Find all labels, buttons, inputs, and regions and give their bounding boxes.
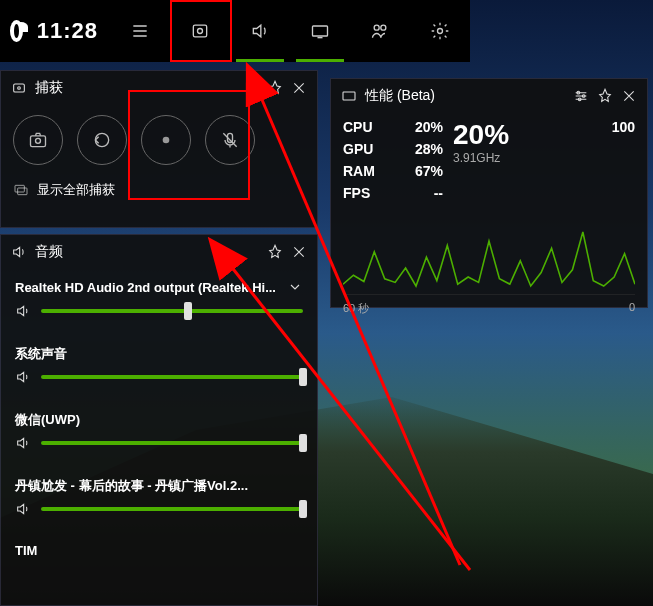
gpu-label: GPU xyxy=(343,141,373,157)
perf-big-number: 20% xyxy=(453,119,585,151)
capture-icon xyxy=(190,21,210,41)
settings-button[interactable] xyxy=(410,0,470,62)
audio-device-selector[interactable]: Realtek HD Audio 2nd output (Realtek Hi.… xyxy=(1,269,317,297)
gpu-value: 28% xyxy=(415,141,443,157)
audio-panel-icon xyxy=(11,244,27,260)
performance-title: 性能 (Beta) xyxy=(365,87,435,105)
xbox-logo xyxy=(10,20,23,42)
speaker-icon xyxy=(250,21,270,41)
perf-scale-bottom: 0 xyxy=(629,301,635,316)
cpu-value: 20% xyxy=(415,119,443,135)
system-sound-label: 系统声音 xyxy=(1,329,317,363)
fps-value: -- xyxy=(434,185,443,201)
svg-rect-6 xyxy=(14,84,25,92)
audio-button[interactable] xyxy=(230,0,290,62)
social-button[interactable] xyxy=(350,0,410,62)
app1-label: 微信(UWP) xyxy=(1,395,317,429)
pin-icon[interactable] xyxy=(597,88,613,104)
audio-device-label: Realtek HD Audio 2nd output (Realtek Hi.… xyxy=(15,280,276,295)
speaker-icon xyxy=(15,369,31,385)
mic-toggle-button[interactable] xyxy=(205,115,255,165)
perf-stats: CPU20% GPU28% RAM67% FPS-- xyxy=(343,119,443,201)
screenshot-button[interactable] xyxy=(13,115,63,165)
svg-point-11 xyxy=(163,137,170,144)
chevron-down-icon xyxy=(287,279,303,295)
ram-label: RAM xyxy=(343,163,375,179)
capture-button[interactable] xyxy=(170,0,230,62)
record-icon xyxy=(156,130,176,150)
app1-volume-slider[interactable] xyxy=(1,429,317,461)
perf-x-label: 60 秒 xyxy=(343,301,369,316)
speaker-icon xyxy=(15,501,31,517)
system-sound-slider[interactable] xyxy=(1,363,317,395)
capture-panel: 捕获 显示全部捕获 xyxy=(0,70,318,228)
svg-point-5 xyxy=(438,29,443,34)
svg-rect-0 xyxy=(193,25,206,37)
settings-sliders-icon[interactable] xyxy=(573,88,589,104)
close-icon[interactable] xyxy=(291,80,307,96)
list-icon xyxy=(130,21,150,41)
app3-label: TIM xyxy=(1,527,317,558)
mic-off-icon xyxy=(220,130,240,150)
clock: 11:28 xyxy=(37,18,98,44)
gear-icon xyxy=(430,21,450,41)
speaker-icon xyxy=(15,435,31,451)
performance-button[interactable] xyxy=(290,0,350,62)
capture-title: 捕获 xyxy=(35,79,63,97)
fps-label: FPS xyxy=(343,185,370,201)
svg-point-4 xyxy=(381,25,386,30)
svg-point-7 xyxy=(18,87,21,90)
close-icon[interactable] xyxy=(291,244,307,260)
master-volume-slider[interactable] xyxy=(1,297,317,329)
performance-panel-icon xyxy=(341,88,357,104)
pin-icon[interactable] xyxy=(267,244,283,260)
pin-icon[interactable] xyxy=(267,80,283,96)
audio-title: 音频 xyxy=(35,243,63,261)
app2-label: 丹镇尬发 - 幕后的故事 - 丹镇广播Vol.2... xyxy=(1,461,317,495)
camera-icon xyxy=(28,130,48,150)
svg-rect-14 xyxy=(18,188,27,195)
performance-panel: 性能 (Beta) CPU20% GPU28% RAM67% FPS-- 20%… xyxy=(330,78,648,308)
svg-rect-15 xyxy=(343,92,355,100)
people-icon xyxy=(370,21,390,41)
svg-point-9 xyxy=(36,138,41,143)
speaker-icon xyxy=(15,303,31,319)
gamebar-topbar: 11:28 xyxy=(0,0,470,62)
gallery-icon xyxy=(13,182,29,198)
widgets-menu-button[interactable] xyxy=(110,0,170,62)
record-last-button[interactable] xyxy=(77,115,127,165)
perf-scale-top: 100 xyxy=(595,119,635,201)
record-button[interactable] xyxy=(141,115,191,165)
cpu-label: CPU xyxy=(343,119,373,135)
record-last-icon xyxy=(92,130,112,150)
app2-volume-slider[interactable] xyxy=(1,495,317,527)
svg-point-1 xyxy=(198,29,203,34)
svg-rect-8 xyxy=(31,136,46,147)
svg-rect-13 xyxy=(15,185,24,192)
svg-point-3 xyxy=(374,25,379,30)
close-icon[interactable] xyxy=(621,88,637,104)
svg-rect-2 xyxy=(313,26,328,36)
perf-chart xyxy=(331,205,647,299)
capture-panel-icon xyxy=(11,80,27,96)
show-all-captures-label: 显示全部捕获 xyxy=(37,181,115,199)
ram-value: 67% xyxy=(415,163,443,179)
svg-point-10 xyxy=(95,133,108,146)
show-all-captures-link[interactable]: 显示全部捕获 xyxy=(1,175,317,205)
performance-icon xyxy=(310,21,330,41)
perf-frequency: 3.91GHz xyxy=(453,151,585,165)
audio-panel: 音频 Realtek HD Audio 2nd output (Realtek … xyxy=(0,234,318,606)
